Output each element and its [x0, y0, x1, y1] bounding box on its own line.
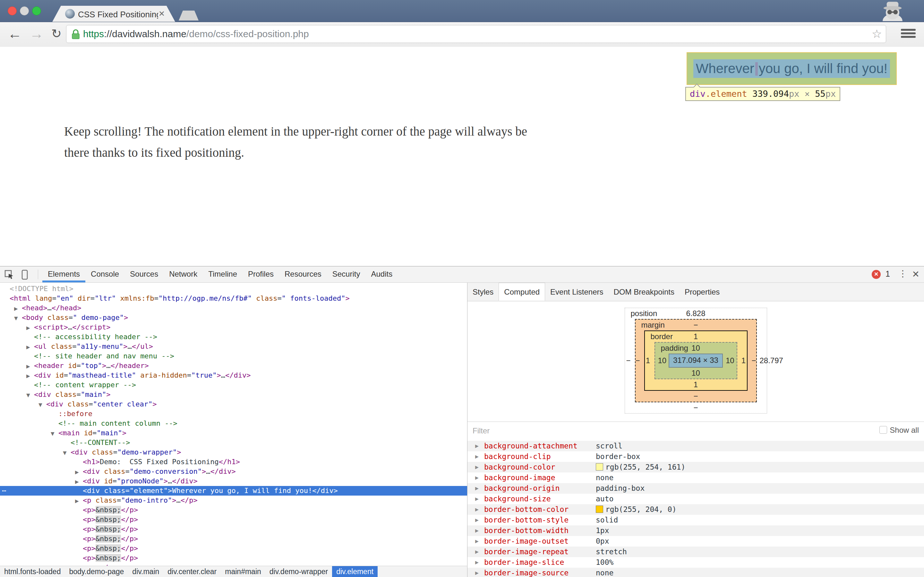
- devtools-tab-security[interactable]: Security: [327, 266, 366, 280]
- breadcrumb-item[interactable]: body.demo-page: [65, 566, 128, 577]
- computed-property-row[interactable]: ▶border-image-slice100%: [467, 557, 924, 568]
- collapse-arrow-icon[interactable]: ▼: [61, 448, 71, 458]
- reload-button[interactable]: ↻: [51, 25, 61, 43]
- sidebar-tab-styles[interactable]: Styles: [467, 283, 499, 301]
- browser-menu-icon[interactable]: [901, 27, 916, 39]
- row-overflow-icon[interactable]: ⋯: [2, 486, 5, 496]
- expand-arrow-icon[interactable]: ▶: [74, 496, 83, 506]
- expand-arrow-icon[interactable]: ▶: [475, 494, 479, 504]
- tree-row[interactable]: <p>&nbsp;</p>: [0, 515, 467, 524]
- device-toolbar-icon[interactable]: [21, 269, 29, 282]
- expand-arrow-icon[interactable]: ▶: [13, 304, 22, 314]
- devtools-tab-elements[interactable]: Elements: [42, 266, 86, 282]
- devtools-tab-profiles[interactable]: Profiles: [242, 266, 279, 280]
- devtools-menu-icon[interactable]: ⋮: [898, 268, 907, 279]
- expand-arrow-icon[interactable]: ▶: [74, 477, 83, 487]
- computed-property-row[interactable]: ▶border-image-repeatstretch: [467, 546, 924, 557]
- expand-arrow-icon[interactable]: ▶: [25, 362, 34, 371]
- inspect-element-icon[interactable]: [4, 269, 14, 281]
- tree-row[interactable]: <!-- site header and nav menu -->: [0, 351, 467, 361]
- tree-row-selected[interactable]: ⋯<div class="element">Wherever you go, I…: [0, 486, 467, 496]
- tree-row[interactable]: <!-- main content column -->: [0, 419, 467, 428]
- computed-property-row[interactable]: ▶background-clipborder-box: [467, 451, 924, 462]
- browser-tab[interactable]: CSS Fixed Positioning Exam ✕: [52, 6, 175, 22]
- tree-row[interactable]: ::before: [0, 409, 467, 419]
- breadcrumb-item[interactable]: div.center.clear: [163, 566, 221, 577]
- tree-row[interactable]: <html lang="en" dir="ltr" xmlns:fb="http…: [0, 293, 467, 303]
- sidebar-tab-dom-breakpoints[interactable]: DOM Breakpoints: [609, 283, 680, 301]
- computed-property-row[interactable]: ▶background-imagenone: [467, 472, 924, 483]
- collapse-arrow-icon[interactable]: ▼: [37, 400, 46, 410]
- expand-arrow-icon[interactable]: ▶: [25, 323, 34, 333]
- devtools-tab-audits[interactable]: Audits: [365, 266, 398, 280]
- devtools-tab-resources[interactable]: Resources: [279, 266, 327, 280]
- tree-row[interactable]: ▶<script>…</script>: [0, 322, 467, 332]
- expand-arrow-icon[interactable]: ▶: [475, 546, 479, 557]
- breadcrumb-item[interactable]: div.demo-wrapper: [265, 566, 332, 577]
- tree-row[interactable]: <!-- content wrapper -->: [0, 380, 467, 390]
- devtools-tab-timeline[interactable]: Timeline: [203, 266, 242, 280]
- tree-row[interactable]: ▼<main id="main">: [0, 428, 467, 438]
- bookmark-star-icon[interactable]: ☆: [872, 27, 882, 41]
- tree-row[interactable]: <p>&nbsp;</p>: [0, 553, 467, 563]
- computed-property-row[interactable]: ▶background-colorrgb(255, 254, 161): [467, 462, 924, 472]
- expand-arrow-icon[interactable]: ▶: [475, 515, 479, 525]
- tree-row[interactable]: <!-- accessibility header -->: [0, 332, 467, 342]
- tab-close-icon[interactable]: ✕: [158, 9, 165, 18]
- tree-row[interactable]: ▶<head>…</head>: [0, 303, 467, 313]
- expand-arrow-icon[interactable]: ▶: [475, 483, 479, 494]
- tree-row[interactable]: ▼<div class="demo-wrapper">: [0, 448, 467, 457]
- expand-arrow-icon[interactable]: ▶: [74, 467, 83, 477]
- tree-row[interactable]: ▼<div class="center clear">: [0, 400, 467, 409]
- expand-arrow-icon[interactable]: ▶: [475, 504, 479, 515]
- tree-row[interactable]: <h1>Demo: CSS Fixed Positioning</h1>: [0, 457, 467, 467]
- back-button[interactable]: ←: [8, 25, 22, 43]
- box-model-content[interactable]: 317.094 × 33: [669, 354, 723, 367]
- tree-row[interactable]: ▶<header id="top">…</header>: [0, 361, 467, 371]
- expand-arrow-icon[interactable]: ▶: [475, 451, 479, 462]
- tree-row[interactable]: ▼<body class=" demo-page">: [0, 313, 467, 322]
- fullscreen-window-button[interactable]: [32, 6, 41, 15]
- https-lock-icon[interactable]: [71, 29, 81, 41]
- devtools-tab-console[interactable]: Console: [86, 266, 124, 280]
- computed-property-row[interactable]: ▶background-originpadding-box: [467, 483, 924, 494]
- forward-button[interactable]: →: [29, 25, 44, 43]
- computed-property-row[interactable]: ▶border-bottom-stylesolid: [467, 515, 924, 525]
- tree-row[interactable]: ▶<div id="promoNode">…</div>: [0, 476, 467, 486]
- expand-arrow-icon[interactable]: ▶: [475, 568, 479, 577]
- tree-row[interactable]: ▶<ul class="a11y-menu">…</ul>: [0, 342, 467, 351]
- expand-arrow-icon[interactable]: ▶: [475, 525, 479, 536]
- devtools-tab-network[interactable]: Network: [164, 266, 203, 280]
- minimize-window-button[interactable]: [20, 6, 29, 15]
- expand-arrow-icon[interactable]: ▶: [475, 462, 479, 472]
- computed-property-row[interactable]: ▶border-bottom-width1px: [467, 525, 924, 536]
- expand-arrow-icon[interactable]: ▶: [475, 536, 479, 546]
- close-window-button[interactable]: [8, 6, 17, 15]
- collapse-arrow-icon[interactable]: ▼: [25, 390, 34, 400]
- tree-row[interactable]: <p>&nbsp;</p>: [0, 534, 467, 544]
- breadcrumb-item[interactable]: html.fonts-loaded: [0, 566, 65, 577]
- tree-row[interactable]: <p>&nbsp;</p>: [0, 524, 467, 534]
- tree-row[interactable]: <p>&nbsp;</p>: [0, 544, 467, 553]
- expand-arrow-icon[interactable]: ▶: [475, 557, 479, 568]
- tree-row[interactable]: ▶<p class="demo-intro">…</p>: [0, 496, 467, 505]
- color-swatch-icon[interactable]: [596, 506, 603, 513]
- expand-arrow-icon[interactable]: ▶: [25, 342, 34, 352]
- expand-arrow-icon[interactable]: ▶: [25, 371, 34, 381]
- devtools-tab-sources[interactable]: Sources: [124, 266, 164, 280]
- tree-row[interactable]: <p>&nbsp;</p>: [0, 505, 467, 515]
- computed-property-row[interactable]: ▶background-attachmentscroll: [467, 441, 924, 451]
- breadcrumb-item[interactable]: div.main: [128, 566, 163, 577]
- tree-row[interactable]: <!--CONTENT-->: [0, 438, 467, 448]
- computed-property-row[interactable]: ▶background-sizeauto: [467, 494, 924, 504]
- new-tab-button[interactable]: [179, 11, 199, 21]
- tree-row[interactable]: <!DOCTYPE html>: [0, 284, 467, 293]
- collapse-arrow-icon[interactable]: ▼: [49, 429, 58, 438]
- filter-input[interactable]: Filter: [473, 426, 489, 435]
- tree-row[interactable]: ▶<div class="demo-conversion">…</div>: [0, 467, 467, 476]
- url-bar[interactable]: https://davidwalsh.name/demo/css-fixed-p…: [66, 25, 886, 43]
- tree-row[interactable]: ▶<div id="masthead-title" aria-hidden="t…: [0, 371, 467, 380]
- computed-property-row[interactable]: ▶border-image-sourcenone: [467, 568, 924, 577]
- color-swatch-icon[interactable]: [596, 463, 603, 471]
- breadcrumb-item[interactable]: main#main: [221, 566, 265, 577]
